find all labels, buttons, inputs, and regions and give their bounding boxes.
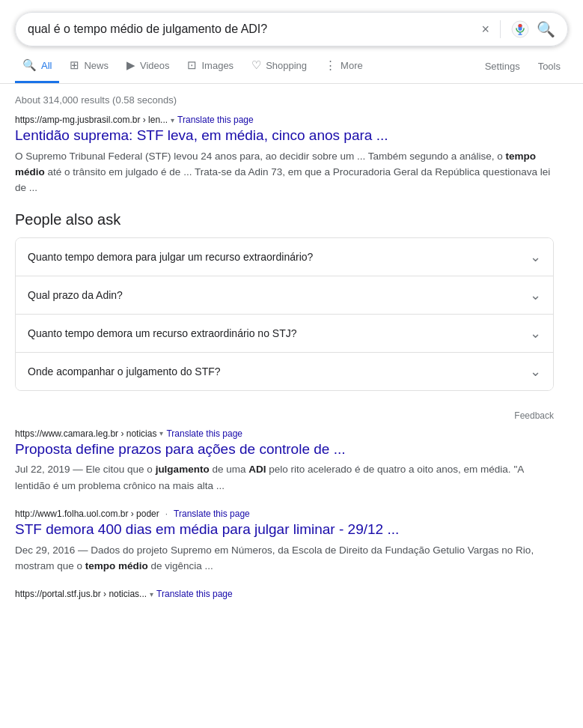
nav-right: Settings Tools — [477, 52, 568, 81]
people-also-ask: People also ask Quanto tempo demora para… — [15, 211, 554, 391]
tab-images[interactable]: ⊡ Images — [180, 49, 241, 83]
tools-link[interactable]: Tools — [531, 52, 568, 81]
settings-link[interactable]: Settings — [477, 52, 528, 81]
tab-more[interactable]: ⋮ More — [317, 49, 370, 83]
clear-icon[interactable]: × — [481, 22, 489, 37]
shopping-icon: ♡ — [251, 58, 261, 72]
result-url-3: http://www1.folha.uol.com.br › poder — [15, 509, 159, 519]
search-box: qual é o tempo médio de julgamento de AD… — [15, 12, 568, 46]
result-title-2[interactable]: Proposta define prazos para ações de con… — [15, 440, 554, 459]
result-url-row-3: http://www1.folha.uol.com.br › poder · T… — [15, 509, 554, 519]
result-item-3: http://www1.folha.uol.com.br › poder · T… — [15, 509, 554, 574]
microphone-icon[interactable] — [511, 20, 529, 38]
result-snippet-3: Dec 29, 2016 — Dados do projeto Supremo … — [15, 542, 554, 574]
divider — [500, 20, 501, 38]
tab-shopping-label: Shopping — [266, 60, 307, 71]
paa-item-3[interactable]: Onde acompanhar o julgamento do STF? ⌄ — [16, 353, 553, 390]
search-query-text: qual é o tempo médio de julgamento de AD… — [28, 22, 481, 36]
paa-question-1: Qual prazo da Adin? — [28, 289, 123, 301]
tab-videos[interactable]: ▶ Videos — [119, 49, 177, 83]
result-dropdown-arrow-1[interactable]: ▾ — [171, 116, 174, 124]
search-header: qual é o tempo médio de julgamento de AD… — [0, 0, 583, 46]
tab-news-label: News — [84, 60, 109, 71]
bottom-fade — [15, 616, 554, 646]
nav-tabs: 🔍 All ⊞ News ▶ Videos ⊡ Images ♡ Shoppin… — [0, 49, 583, 84]
result-snippet-2: Jul 22, 2019 — Ele citou que o julgament… — [15, 461, 554, 494]
tab-images-label: Images — [201, 60, 233, 71]
paa-chevron-2: ⌄ — [530, 325, 541, 342]
result-item-1: https://amp-mg.jusbrasil.com.br › len...… — [15, 115, 554, 196]
paa-question-0: Quanto tempo demora para julgar um recur… — [28, 251, 313, 263]
svg-rect-2 — [519, 24, 522, 28]
translate-link-4[interactable]: Translate this page — [156, 589, 233, 599]
feedback-row: Feedback — [15, 406, 554, 428]
result-dropdown-arrow-2[interactable]: ▾ — [159, 429, 163, 437]
results-area: About 314,000 results (0.58 seconds) htt… — [0, 84, 569, 646]
paa-chevron-0: ⌄ — [530, 249, 541, 265]
result-url-1: https://amp-mg.jusbrasil.com.br › len... — [15, 115, 168, 125]
result-snippet-1: O Supremo Tribunal Federal (STF) levou 2… — [15, 148, 554, 196]
result-url-4: https://portal.stf.jus.br › noticias... — [15, 589, 147, 599]
result-url-row-2: https://www.camara.leg.br › noticias ▾ T… — [15, 428, 554, 439]
result-url-row-4: https://portal.stf.jus.br › noticias... … — [15, 589, 554, 599]
result-dot-3: · — [165, 509, 168, 519]
paa-chevron-1: ⌄ — [530, 287, 541, 303]
search-icons: × 🔍 — [481, 20, 555, 38]
results-count: About 314,000 results (0.58 seconds) — [15, 88, 554, 115]
result-item-2: https://www.camara.leg.br › noticias ▾ T… — [15, 428, 554, 494]
paa-chevron-3: ⌄ — [530, 363, 541, 380]
news-icon: ⊞ — [70, 58, 79, 72]
translate-link-1[interactable]: Translate this page — [177, 115, 254, 125]
all-icon: 🔍 — [22, 58, 37, 72]
images-icon: ⊡ — [187, 58, 197, 72]
result-item-4: https://portal.stf.jus.br › noticias... … — [15, 589, 554, 601]
paa-question-3: Onde acompanhar o julgamento do STF? — [28, 365, 221, 377]
result-title-1[interactable]: Lentidão suprema: STF leva, em média, ci… — [15, 127, 554, 145]
paa-item-1[interactable]: Qual prazo da Adin? ⌄ — [16, 276, 553, 315]
paa-title: People also ask — [15, 211, 554, 228]
paa-box: Quanto tempo demora para julgar um recur… — [15, 237, 554, 391]
result-url-2: https://www.camara.leg.br › noticias — [15, 428, 156, 439]
result-title-3[interactable]: STF demora 400 dias em média para julgar… — [15, 521, 554, 539]
videos-icon: ▶ — [126, 58, 135, 72]
feedback-link[interactable]: Feedback — [514, 410, 554, 421]
tab-shopping[interactable]: ♡ Shopping — [244, 49, 314, 83]
paa-question-2: Quanto tempo demora um recurso extraordi… — [28, 327, 297, 339]
result-dropdown-arrow-4[interactable]: ▾ — [150, 590, 153, 598]
more-icon: ⋮ — [325, 58, 336, 72]
paa-item-2[interactable]: Quanto tempo demora um recurso extraordi… — [16, 315, 553, 353]
tab-more-label: More — [341, 60, 363, 71]
tab-all[interactable]: 🔍 All — [15, 49, 59, 83]
tab-all-label: All — [41, 60, 52, 71]
translate-link-3[interactable]: Translate this page — [174, 509, 250, 519]
paa-item-0[interactable]: Quanto tempo demora para julgar um recur… — [16, 238, 553, 276]
search-submit-icon[interactable]: 🔍 — [537, 20, 555, 38]
translate-link-2[interactable]: Translate this page — [166, 428, 242, 439]
tab-news[interactable]: ⊞ News — [62, 49, 116, 83]
tab-videos-label: Videos — [140, 60, 170, 71]
result-url-row-1: https://amp-mg.jusbrasil.com.br › len...… — [15, 115, 554, 125]
